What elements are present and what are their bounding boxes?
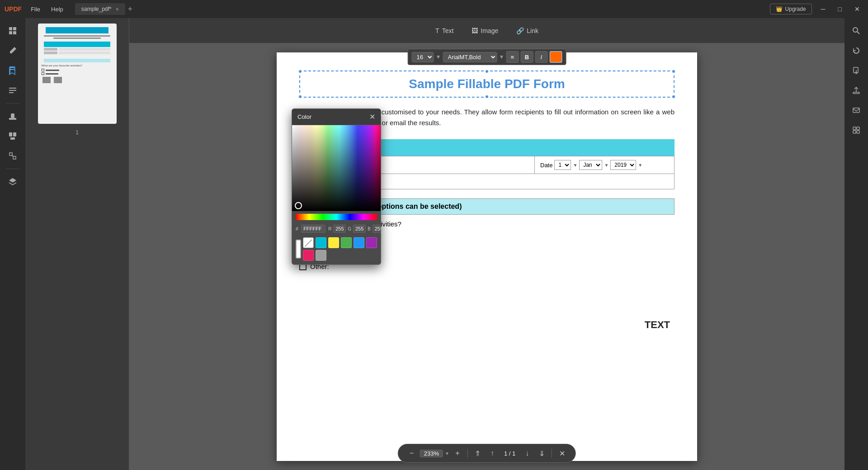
hex-input[interactable] <box>301 225 326 233</box>
svg-rect-31 <box>292 125 381 211</box>
swatches-top-row <box>303 237 377 248</box>
swatch-gray[interactable] <box>316 250 326 261</box>
color-picker-modal: Color ✕ <box>292 108 381 265</box>
modal-overlay: Color ✕ <box>0 0 868 470</box>
swatches-bottom-row <box>303 250 377 261</box>
swatches-row1 <box>296 237 377 261</box>
swatches-area <box>292 235 381 264</box>
modal-header: Color ✕ <box>292 109 381 125</box>
g-input[interactable] <box>353 225 366 233</box>
swatch-yellow[interactable] <box>328 237 339 248</box>
b-input[interactable] <box>373 225 381 233</box>
color-gradient-area[interactable] <box>292 125 381 211</box>
swatch-pink[interactable] <box>303 250 314 261</box>
r-input[interactable] <box>333 225 346 233</box>
transparent-swatch[interactable] <box>303 237 314 248</box>
swatch-green[interactable] <box>341 237 352 248</box>
selected-swatch[interactable] <box>296 240 301 258</box>
hue-slider[interactable] <box>296 214 377 220</box>
swatch-cyan[interactable] <box>316 237 326 248</box>
g-label: G <box>348 226 351 231</box>
color-inputs: # R G B <box>292 223 381 235</box>
hex-label: # <box>296 226 298 231</box>
modal-title: Color <box>297 113 311 120</box>
swatch-blue[interactable] <box>354 237 364 248</box>
r-label: R <box>328 226 331 231</box>
rgb-group: R G B <box>328 225 381 233</box>
color-gradient-svg <box>292 125 381 211</box>
b-label: B <box>368 226 371 231</box>
modal-close-button[interactable]: ✕ <box>369 113 375 121</box>
swatch-purple[interactable] <box>366 237 377 248</box>
